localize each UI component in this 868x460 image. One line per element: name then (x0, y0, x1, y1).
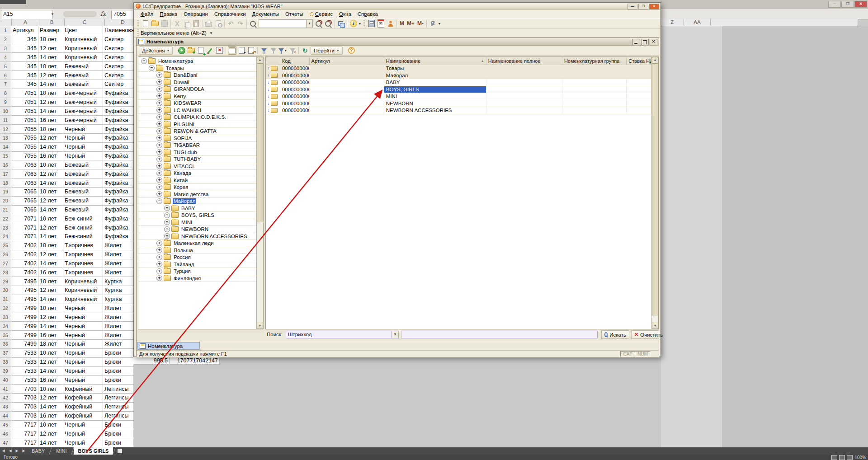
excel-cell[interactable]: 7499 (11, 340, 38, 349)
excel-cell[interactable]: 7051 (11, 98, 38, 107)
excel-cell[interactable]: 7495 (11, 295, 38, 304)
row-number-39[interactable]: 39 (0, 367, 11, 376)
excel-cell[interactable]: 7499 (11, 322, 38, 331)
add-group-icon[interactable] (187, 46, 195, 55)
tree-item[interactable]: +VITACCI (138, 163, 256, 170)
tree-item[interactable]: +OLIMPIA K.O.D.E.K.S. (138, 114, 256, 121)
empty-cell[interactable] (627, 107, 651, 114)
collapse-icon[interactable]: − (141, 58, 147, 64)
last-sheet-icon[interactable]: ▶ (20, 447, 27, 455)
print-preview-icon[interactable] (214, 19, 222, 28)
calculator-icon[interactable] (367, 19, 376, 28)
tree-item[interactable]: +PILGUNI (138, 121, 256, 128)
excel-cell[interactable]: Цвет (63, 26, 103, 35)
row-number-15[interactable]: 15 (0, 152, 11, 161)
collapse-icon[interactable]: − (156, 198, 162, 204)
tree-item[interactable]: −Номенклатура (138, 58, 256, 65)
code-cell[interactable]: 00000000003 (280, 100, 310, 107)
search-type-combobox[interactable]: Штрихкод ▼ (286, 331, 399, 338)
table-row[interactable]: ↓00000000004BABY (266, 79, 651, 86)
tree-scrollbar[interactable]: ▲ ▼ (256, 57, 263, 329)
excel-cell[interactable]: Т.коричнев (63, 259, 103, 268)
excel-cell[interactable]: Бежевый (63, 197, 103, 206)
tree-item[interactable]: +Корея (138, 184, 256, 191)
view-page-layout-icon[interactable] (839, 455, 845, 460)
empty-cell[interactable] (486, 107, 562, 114)
code-cell[interactable]: 00000000006 (280, 86, 310, 93)
excel-cell[interactable]: 345 (11, 44, 38, 53)
excel-cell[interactable]: 7402 (11, 241, 38, 250)
row-number-9[interactable]: 9 (0, 98, 11, 107)
excel-cell[interactable]: 12 лет (38, 134, 63, 143)
excel-cell[interactable]: Черный (63, 358, 103, 367)
excel-cell[interactable]: 345 (11, 53, 38, 62)
excel-cell[interactable]: 14 лет (38, 107, 63, 116)
select-all-corner[interactable] (0, 19, 12, 26)
code-cell[interactable]: 00000000001 (280, 65, 310, 72)
sheet-tab-boys-girls[interactable]: BOYS GIRLS (74, 447, 113, 455)
excel-cell[interactable]: 16 лет (38, 152, 63, 161)
1c-close-button[interactable]: ✕ (649, 4, 659, 9)
table-row[interactable]: ↑00000000002Майорал (266, 72, 651, 80)
row-number-44[interactable]: 44 (0, 412, 11, 421)
excel-cell[interactable]: Беж-синий (63, 232, 103, 241)
scroll-up-icon[interactable]: ▲ (257, 57, 263, 63)
name-cell[interactable]: Майорал (384, 72, 486, 79)
1c-title-bar[interactable]: 1С:Предприятие - Розница (базовая): Мага… (134, 3, 660, 10)
row-number-47[interactable]: 47 (0, 438, 11, 447)
excel-cell[interactable]: 10 лет (38, 241, 63, 250)
tree-item[interactable]: +REWON & GATTA (138, 128, 256, 135)
excel-cell[interactable]: 10 лет (38, 35, 63, 44)
excel-cell[interactable]: 14 лет (38, 178, 63, 188)
row-number-28[interactable]: 28 (0, 268, 11, 277)
row-number-22[interactable]: 22 (0, 214, 11, 223)
empty-cell[interactable] (627, 65, 651, 72)
scroll-up-icon[interactable]: ▲ (652, 57, 658, 63)
restore-item-icon[interactable] (247, 46, 255, 55)
excel-cell[interactable]: 14 лет (38, 295, 63, 304)
expand-icon[interactable]: + (156, 254, 162, 260)
expand-icon[interactable]: + (156, 107, 162, 113)
row-number-35[interactable]: 35 (0, 331, 11, 340)
excel-cell[interactable]: 16 лет (38, 331, 63, 340)
combobox-dropdown-icon[interactable]: ▼ (392, 331, 398, 338)
column-header-icon[interactable] (266, 57, 280, 65)
table-row[interactable]: ↑00000000001Товары (266, 65, 651, 72)
tree-item[interactable]: +Duwali (138, 79, 256, 86)
row-number-42[interactable]: 42 (0, 394, 11, 403)
tree-item[interactable]: −Майорал (138, 198, 256, 205)
excel-cell[interactable]: 12 лет (38, 313, 63, 322)
excel-cell[interactable]: 12 лет (38, 44, 63, 53)
edit-item-icon[interactable] (206, 46, 214, 55)
excel-cell[interactable]: 10 лет (38, 421, 63, 430)
excel-cell[interactable]: Черный (63, 313, 103, 322)
memory-subtract-button[interactable]: M- (416, 21, 425, 26)
excel-cell[interactable]: 7499 (11, 313, 38, 322)
row-number-37[interactable]: 37 (0, 349, 11, 358)
excel-cell[interactable]: Черный (63, 134, 103, 143)
expand-icon[interactable]: + (164, 233, 170, 239)
empty-cell[interactable] (562, 72, 627, 79)
tree-item[interactable]: +Китай (138, 177, 256, 184)
excel-cell[interactable]: Коричневый (63, 295, 103, 304)
scroll-down-icon[interactable]: ▼ (652, 323, 658, 329)
code-cell[interactable]: 00000000005 (280, 93, 310, 100)
excel-cell[interactable]: 7071 (11, 214, 38, 223)
name-box[interactable]: A15 (1, 10, 52, 19)
excel-maximize-button[interactable]: ❐ (841, 1, 854, 8)
copy-item-icon[interactable] (196, 46, 205, 55)
expand-icon[interactable]: + (156, 275, 162, 281)
excel-cell[interactable]: 7703 (11, 403, 38, 412)
tree-item[interactable]: +LC WAIKIKI (138, 107, 256, 114)
excel-cell[interactable]: 16 лет (38, 412, 63, 421)
excel-cell[interactable]: Бежевый (63, 188, 103, 197)
excel-cell[interactable]: 12 лет (38, 250, 63, 259)
excel-cell[interactable]: 7071 (11, 232, 38, 241)
excel-cell[interactable]: Коричневый (63, 286, 103, 295)
empty-cell[interactable] (310, 79, 384, 86)
tree-item[interactable]: +Турция (138, 268, 256, 275)
excel-cell[interactable]: 7065 (11, 197, 38, 206)
excel-cell[interactable]: 12 лет (38, 71, 63, 80)
column-header-5[interactable]: Номенклатурная группа (562, 57, 627, 65)
vertical-menu-bar[interactable]: Вертикальное меню (Alt+Z) ▼ (134, 29, 660, 38)
